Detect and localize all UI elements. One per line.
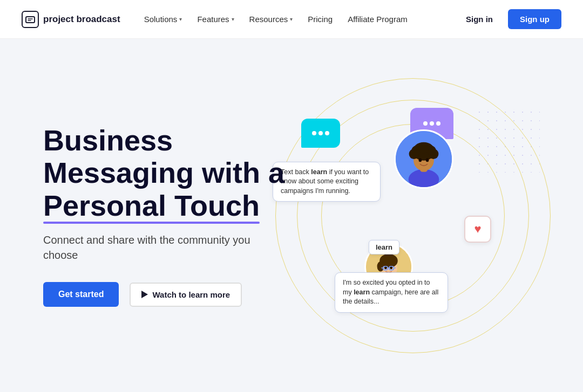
logo[interactable]: project broadcast (22, 11, 120, 28)
navbar: project broadcast Solutions ▾ Features ▾… (0, 0, 583, 39)
svg-point-24 (384, 266, 387, 269)
chat-bubble-bottom: I'm so excited you opted in to my learn … (335, 272, 448, 313)
avatar-person-1 (394, 129, 453, 189)
logo-text: project broadcast (43, 14, 120, 25)
play-icon (141, 291, 148, 298)
get-started-button[interactable]: Get started (43, 282, 119, 307)
svg-point-18 (377, 261, 384, 271)
hero-subtitle: Connect and share with the community you… (43, 232, 286, 263)
logo-icon (22, 11, 39, 28)
hero-content: Business Messaging with a Personal Touch… (43, 124, 286, 307)
chevron-down-icon: ▾ (232, 16, 234, 22)
svg-point-25 (390, 266, 392, 269)
nav-features[interactable]: Features ▾ (191, 10, 240, 28)
svg-rect-0 (26, 17, 35, 23)
hero-section: Business Messaging with a Personal Touch… (0, 39, 583, 392)
hero-illustration: Text back learn if you want to know abou… (286, 75, 540, 356)
svg-point-10 (419, 143, 429, 153)
hero-title: Business Messaging with a Personal Touch (43, 124, 286, 222)
heart-icon-box: ♥ (464, 216, 491, 243)
nav-pricing[interactable]: Pricing (301, 10, 339, 28)
learn-badge: learn (369, 240, 399, 255)
chat-bubble-top: Text back learn if you want to know abou… (273, 162, 381, 202)
nav-actions: Sign in Sign up (457, 9, 561, 29)
nav-links: Solutions ▾ Features ▾ Resources ▾ Prici… (138, 10, 440, 28)
chat-icon-cyan (301, 119, 340, 148)
signup-button[interactable]: Sign up (508, 9, 561, 29)
svg-point-11 (419, 158, 422, 162)
watch-button[interactable]: Watch to learn more (130, 283, 242, 307)
hero-buttons: Get started Watch to learn more (43, 282, 286, 307)
signin-button[interactable]: Sign in (457, 10, 501, 28)
nav-solutions[interactable]: Solutions ▾ (138, 10, 189, 28)
svg-point-12 (426, 158, 429, 162)
nav-affiliate[interactable]: Affiliate Program (341, 10, 414, 28)
chevron-down-icon: ▾ (179, 16, 182, 22)
chevron-down-icon: ▾ (290, 16, 293, 22)
nav-resources[interactable]: Resources ▾ (243, 10, 300, 28)
